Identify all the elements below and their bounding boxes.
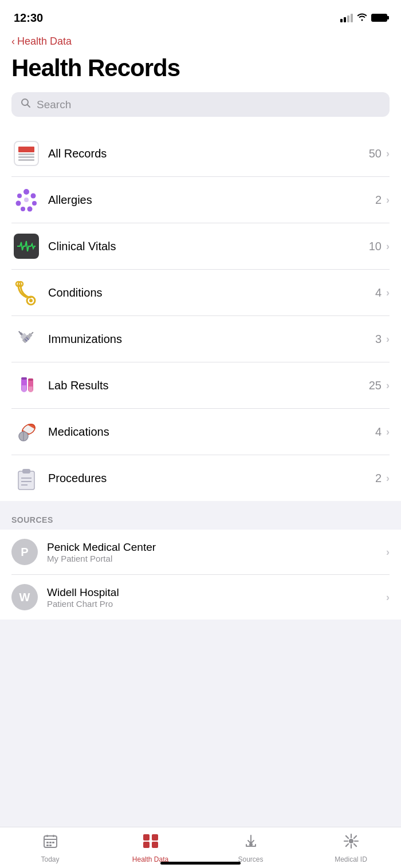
source-item-penick[interactable]: P Penick Medical Center My Patient Porta… xyxy=(11,530,390,575)
widell-name: Widell Hospital xyxy=(47,586,386,599)
svg-point-9 xyxy=(24,198,29,202)
svg-rect-29 xyxy=(22,385,26,392)
list-item-allergies[interactable]: Allergies 2 › xyxy=(11,177,390,223)
page-title: Health Records xyxy=(11,54,390,82)
immunizations-icon xyxy=(11,324,41,354)
nav-back[interactable]: ‹ Health Data xyxy=(0,31,401,50)
svg-rect-38 xyxy=(18,471,34,490)
svg-point-2 xyxy=(23,189,29,195)
list-item-conditions[interactable]: Conditions 4 › xyxy=(11,270,390,316)
vitals-label: Clinical Vitals xyxy=(48,240,369,253)
svg-rect-46 xyxy=(53,835,54,837)
chevron-left-icon: ‹ xyxy=(11,35,15,48)
svg-rect-52 xyxy=(143,834,150,841)
list-item-all-records[interactable]: All Records 50 › xyxy=(11,131,390,177)
svg-rect-45 xyxy=(46,835,48,837)
widell-info: Widell Hospital Patient Chart Pro xyxy=(47,586,386,609)
tab-today-label: Today xyxy=(41,855,59,863)
penick-avatar: P xyxy=(11,539,38,565)
chevron-right-icon: › xyxy=(386,426,390,438)
sources-icon xyxy=(243,833,259,853)
vitals-count: 10 xyxy=(369,240,382,253)
tab-medical-id[interactable]: Medical ID xyxy=(301,833,401,863)
widell-avatar: W xyxy=(11,584,38,610)
back-label: Health Data xyxy=(17,35,72,48)
all-records-icon xyxy=(11,139,41,168)
sources-section: SOURCES xyxy=(0,501,401,530)
immunizations-count: 3 xyxy=(375,333,382,346)
chevron-right-icon: › xyxy=(386,546,390,558)
main-content: Health Records Search All Records 50 xyxy=(0,50,401,501)
health-data-icon xyxy=(142,833,159,853)
conditions-count: 4 xyxy=(375,286,382,299)
sources-label: SOURCES xyxy=(11,515,53,524)
all-records-label: All Records xyxy=(48,147,369,160)
immunizations-label: Immunizations xyxy=(48,333,375,346)
svg-rect-20 xyxy=(31,332,34,334)
svg-rect-30 xyxy=(29,386,33,392)
penick-sub: My Patient Portal xyxy=(47,554,386,563)
svg-rect-51 xyxy=(49,845,52,846)
search-bar[interactable]: Search xyxy=(11,92,390,117)
svg-point-57 xyxy=(349,839,353,843)
procedures-label: Procedures xyxy=(48,472,375,485)
chevron-right-icon: › xyxy=(386,240,390,252)
chevron-right-icon: › xyxy=(386,287,390,299)
widell-sub: Patient Chart Pro xyxy=(47,599,386,609)
list-item-procedures[interactable]: Procedures 2 › xyxy=(11,455,390,501)
chevron-right-icon: › xyxy=(386,194,390,206)
allergies-count: 2 xyxy=(375,194,382,207)
svg-rect-25 xyxy=(21,377,27,380)
battery-icon xyxy=(371,14,387,22)
chevron-right-icon: › xyxy=(386,333,390,345)
today-icon xyxy=(42,833,58,853)
svg-point-4 xyxy=(32,201,37,206)
svg-rect-50 xyxy=(46,845,49,846)
svg-rect-18 xyxy=(18,331,21,334)
back-button[interactable]: ‹ Health Data xyxy=(11,35,390,48)
status-icons xyxy=(340,12,387,23)
conditions-label: Conditions xyxy=(48,286,375,299)
list-item-lab-results[interactable]: Lab Results 25 › xyxy=(11,362,390,409)
search-placeholder: Search xyxy=(37,98,71,111)
chevron-right-icon: › xyxy=(386,148,390,160)
medications-icon xyxy=(11,417,41,447)
records-list: All Records 50 › Allergies 2 xyxy=(11,131,390,501)
chevron-right-icon: › xyxy=(386,472,390,484)
tab-today[interactable]: Today xyxy=(0,833,100,863)
penick-name: Penick Medical Center xyxy=(47,541,386,554)
svg-point-11 xyxy=(29,299,33,302)
list-item-vitals[interactable]: Clinical Vitals 10 › xyxy=(11,223,390,270)
status-bar: 12:30 xyxy=(0,0,401,31)
home-indicator xyxy=(160,862,241,865)
medical-id-icon xyxy=(343,833,359,853)
list-item-medications[interactable]: Medications 4 › xyxy=(11,409,390,455)
medications-count: 4 xyxy=(375,425,382,439)
procedures-icon xyxy=(11,463,41,493)
svg-rect-49 xyxy=(52,842,54,843)
svg-rect-54 xyxy=(143,842,150,848)
svg-point-3 xyxy=(31,194,36,199)
svg-rect-53 xyxy=(152,834,158,841)
svg-rect-55 xyxy=(152,842,158,848)
chevron-right-icon: › xyxy=(386,591,390,603)
signal-icon xyxy=(340,13,353,22)
status-time: 12:30 xyxy=(14,11,43,25)
procedures-count: 2 xyxy=(375,472,382,485)
penick-info: Penick Medical Center My Patient Portal xyxy=(47,541,386,563)
svg-rect-47 xyxy=(46,842,49,843)
medications-label: Medications xyxy=(48,425,375,439)
tab-medical-id-label: Medical ID xyxy=(335,855,367,863)
vitals-icon xyxy=(11,231,41,261)
svg-point-7 xyxy=(16,201,21,206)
sources-list: P Penick Medical Center My Patient Porta… xyxy=(0,530,401,620)
allergies-icon xyxy=(11,185,41,215)
svg-line-1 xyxy=(27,105,30,108)
tab-sources[interactable]: Sources xyxy=(200,833,301,863)
search-icon xyxy=(21,98,31,111)
svg-rect-48 xyxy=(49,842,52,843)
tab-health-data[interactable]: Health Data xyxy=(100,833,200,863)
source-item-widell[interactable]: W Widell Hospital Patient Chart Pro › xyxy=(11,575,390,620)
lab-results-label: Lab Results xyxy=(48,379,369,392)
list-item-immunizations[interactable]: Immunizations 3 › xyxy=(11,316,390,362)
